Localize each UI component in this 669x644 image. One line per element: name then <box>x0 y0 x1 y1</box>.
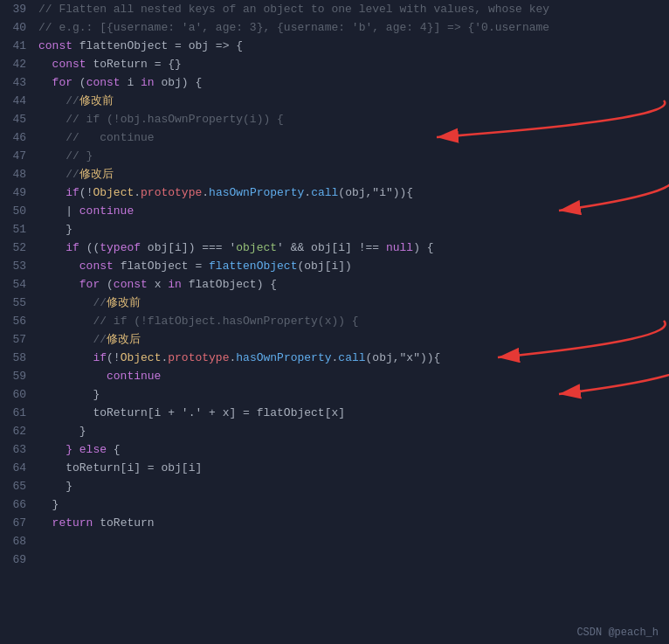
code-token: flattenObject <box>209 260 297 273</box>
line-number: 46 <box>7 128 26 147</box>
code-token: ( <box>100 278 114 291</box>
code-token <box>38 241 66 254</box>
code-token: prototype <box>141 186 202 199</box>
line-number: 54 <box>7 275 26 294</box>
code-line: if(!Object.prototype.hasOwnProperty.call… <box>38 184 669 202</box>
line-number: 44 <box>7 92 26 110</box>
line-number: 62 <box>7 422 26 440</box>
line-number: 51 <box>7 220 26 239</box>
code-token: . <box>134 186 141 199</box>
code-token: if <box>93 351 107 364</box>
code-token: in <box>168 278 182 291</box>
code-token <box>38 94 66 107</box>
code-token: (obj,"i")){ <box>338 186 413 199</box>
code-token: obj) { <box>155 76 203 89</box>
line-number: 50 <box>7 202 26 220</box>
code-token: . <box>202 186 209 199</box>
code-token: (! <box>107 351 121 364</box>
line-number: 61 <box>7 404 26 422</box>
code-line: const toReturn = {} <box>38 55 669 73</box>
code-token: hasOwnProperty <box>209 186 304 199</box>
code-line: //修改后 <box>38 165 669 184</box>
code-token: obj[i]) === ' <box>141 241 236 254</box>
line-number: 68 <box>7 532 26 551</box>
line-number: 47 <box>7 147 26 165</box>
code-token <box>38 370 107 383</box>
line-number: 56 <box>7 312 26 330</box>
code-token: // continue <box>66 131 154 144</box>
code-token <box>38 58 52 71</box>
line-number: 53 <box>7 257 26 275</box>
code-token: flattenObject = obj => { <box>72 39 243 52</box>
code-line: for (const i in obj) { <box>38 73 669 92</box>
code-token: const <box>52 58 86 71</box>
code-token: { <box>107 443 121 456</box>
code-line: toReturn[i + '.' + x] = flatObject[x] <box>38 404 669 422</box>
code-token: const <box>114 278 148 291</box>
code-token: flatObject = <box>114 260 209 273</box>
line-number: 57 <box>7 330 26 349</box>
code-token: } <box>38 388 100 401</box>
code-line: for (const x in flatObject) { <box>38 275 669 294</box>
line-number: 55 <box>7 294 26 312</box>
code-token <box>38 168 66 181</box>
line-number: 66 <box>7 495 26 514</box>
code-token: toReturn <box>93 516 154 530</box>
line-number: 64 <box>7 459 26 477</box>
code-token: null <box>386 241 413 254</box>
code-token: // if (!flatObject.hasOwnProperty(x)) { <box>93 315 358 328</box>
code-token: 修改前 <box>79 94 114 107</box>
code-line: // if (!flatObject.hasOwnProperty(x)) { <box>38 312 669 330</box>
watermark: CSDN @peach_h <box>576 627 659 639</box>
code-line: return toReturn <box>38 514 669 532</box>
line-number: 45 <box>7 110 26 128</box>
code-token <box>38 315 93 328</box>
code-token <box>38 131 66 144</box>
line-number: 40 <box>7 18 26 37</box>
code-token: ( <box>72 76 86 89</box>
line-number: 67 <box>7 514 26 532</box>
code-token <box>38 76 52 89</box>
code-line: // if (!obj.hasOwnProperty(i)) { <box>38 110 669 128</box>
code-token: object <box>236 241 277 254</box>
code-token: for <box>79 278 100 291</box>
code-token: | <box>38 204 79 218</box>
code-token: // e.g.: [{username: 'a', age: 3}, {user… <box>38 21 549 34</box>
code-token: if <box>66 241 79 254</box>
line-number: 65 <box>7 477 26 495</box>
line-number: 49 <box>7 184 26 202</box>
code-line: } <box>38 422 669 440</box>
code-token: call <box>311 186 338 199</box>
code-token: in <box>141 76 155 89</box>
code-token: // } <box>66 149 93 163</box>
code-token: ) { <box>413 241 433 254</box>
code-line: | continue <box>38 202 669 220</box>
code-line: const flatObject = flattenObject(obj[i]) <box>38 257 669 275</box>
code-token: continue <box>107 370 161 383</box>
code-token: i <box>121 76 141 89</box>
line-number: 52 <box>7 239 26 257</box>
code-token: prototype <box>168 351 229 364</box>
code-line: } <box>38 477 669 495</box>
code-token: (obj[i]) <box>297 260 351 273</box>
code-token: for <box>52 76 72 89</box>
code-token: typeof <box>100 241 141 254</box>
code-token: flatObject) { <box>182 278 277 291</box>
code-token: (( <box>79 241 100 254</box>
code-token: const <box>86 76 121 89</box>
code-lines[interactable]: // Flatten all nested keys of an object … <box>35 0 669 644</box>
line-number: 60 <box>7 385 26 404</box>
code-token: . <box>304 186 311 199</box>
code-line: } <box>38 495 669 514</box>
code-token: 修改前 <box>107 296 141 309</box>
line-number: 41 <box>7 37 26 55</box>
code-container: 3940414243444546474849505152535455565758… <box>0 0 669 644</box>
code-token: // if (!obj.hasOwnProperty(i)) { <box>66 113 284 126</box>
code-token: 修改后 <box>79 168 114 181</box>
code-token <box>38 333 93 346</box>
code-token: // Flatten all nested keys of an object … <box>38 3 549 16</box>
code-token <box>38 443 66 456</box>
code-token <box>38 278 79 291</box>
code-line: //修改后 <box>38 330 669 349</box>
line-number: 48 <box>7 165 26 184</box>
